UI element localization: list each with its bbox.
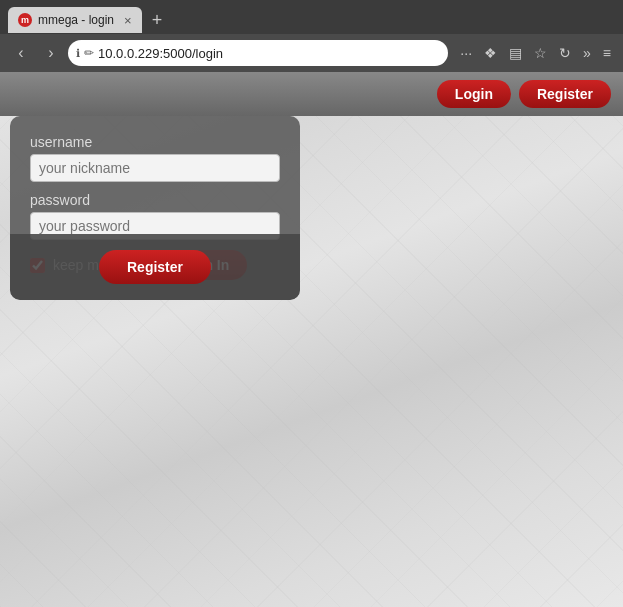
browser-chrome: m mmega - login × + ‹ › ℹ ✏ ··· ❖ ▤ ☆ ↻ …	[0, 0, 623, 72]
new-tab-button[interactable]: +	[148, 10, 167, 31]
tab-close-button[interactable]: ×	[124, 13, 132, 28]
edit-icon: ✏	[84, 46, 94, 60]
tab-title: mmega - login	[38, 13, 114, 27]
register-form-button[interactable]: Register	[99, 250, 211, 284]
extensions-button[interactable]: »	[579, 43, 595, 63]
tab-favicon: m	[18, 13, 32, 27]
username-label: username	[30, 134, 280, 150]
pocket-button[interactable]: ❖	[480, 43, 501, 63]
nav-bar: ‹ › ℹ ✏ ··· ❖ ▤ ☆ ↻ » ≡	[0, 34, 623, 72]
nav-right-buttons: ··· ❖ ▤ ☆ ↻ » ≡	[456, 43, 615, 63]
bookmark-button[interactable]: ☆	[530, 43, 551, 63]
username-group: username	[30, 134, 280, 182]
more-button[interactable]: ···	[456, 43, 476, 63]
address-bar-wrap: ℹ ✏	[68, 40, 448, 66]
reader-button[interactable]: ▤	[505, 43, 526, 63]
reload-button[interactable]: ↻	[555, 43, 575, 63]
login-form-panel: username password keep me logged Sign In…	[10, 116, 300, 300]
username-input[interactable]	[30, 154, 280, 182]
forward-button[interactable]: ›	[38, 40, 64, 66]
security-icon: ℹ	[76, 47, 80, 60]
menu-button[interactable]: ≡	[599, 43, 615, 63]
password-group: password	[30, 192, 280, 240]
password-label: password	[30, 192, 280, 208]
address-bar[interactable]	[98, 46, 440, 61]
register-nav-button[interactable]: Register	[519, 80, 611, 108]
tab-bar: m mmega - login × +	[0, 0, 623, 34]
register-section: Register	[10, 234, 300, 300]
login-nav-button[interactable]: Login	[437, 80, 511, 108]
back-button[interactable]: ‹	[8, 40, 34, 66]
site-navbar: Login Register	[0, 72, 623, 116]
page-content: Login Register username password keep me…	[0, 72, 623, 607]
active-tab[interactable]: m mmega - login ×	[8, 7, 142, 33]
